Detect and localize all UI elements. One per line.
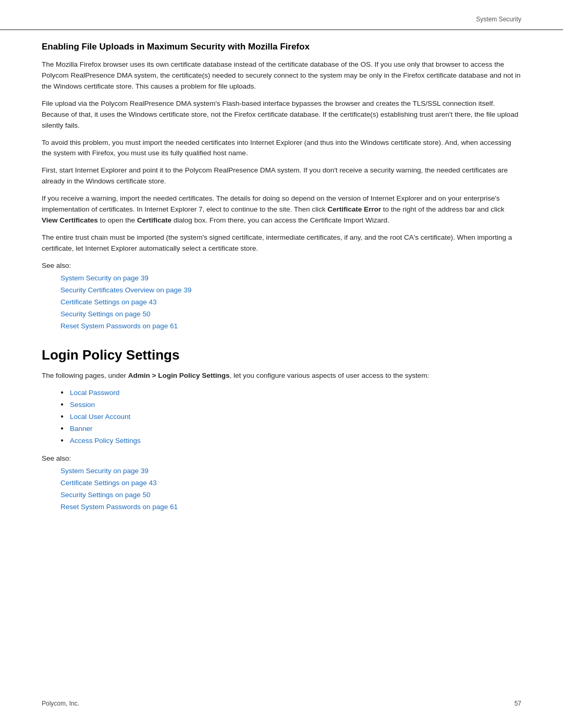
bullet-session: Session xyxy=(60,399,521,411)
bold-certificate: Certificate xyxy=(137,216,172,224)
section2-intro-bold: Admin > Login Policy Settings xyxy=(128,372,230,379)
link-certificate-settings-1[interactable]: Certificate Settings on page 43 xyxy=(60,297,521,309)
link-certificate-settings-2[interactable]: Certificate Settings on page 43 xyxy=(60,477,521,489)
section2-bullet-list: Local Password Session Local User Accoun… xyxy=(42,387,521,447)
section-file-uploads: Enabling File Uploads in Maximum Securit… xyxy=(42,42,521,332)
page-container: System Security Enabling File Uploads in… xyxy=(0,0,563,728)
link-banner[interactable]: Banner xyxy=(70,425,93,433)
section1-para2: File upload via the Polycom RealPresence… xyxy=(42,98,521,131)
section1-heading: Enabling File Uploads in Maximum Securit… xyxy=(42,42,521,52)
page-header: System Security xyxy=(476,16,521,23)
section1-para6: The entire trust chain must be imported … xyxy=(42,232,521,254)
bullet-local-password: Local Password xyxy=(60,387,521,399)
link-access-policy-settings[interactable]: Access Policy Settings xyxy=(70,437,141,445)
section2-intro: The following pages, under Admin > Login… xyxy=(42,371,521,381)
bullet-banner: Banner xyxy=(60,423,521,435)
bold-certificate-error: Certificate Error xyxy=(327,205,381,213)
section1-para1: The Mozilla Firefox browser uses its own… xyxy=(42,59,521,92)
footer-page-number: 57 xyxy=(515,700,521,707)
link-security-settings-1[interactable]: Security Settings on page 50 xyxy=(60,309,521,320)
top-rule xyxy=(0,29,563,30)
section2-see-also-links: System Security on page 39 Certificate S… xyxy=(42,465,521,513)
link-reset-system-passwords-2[interactable]: Reset System Passwords on page 61 xyxy=(60,501,521,513)
page-footer: Polycom, Inc. 57 xyxy=(42,700,521,707)
link-system-security-2[interactable]: System Security on page 39 xyxy=(60,465,521,477)
link-system-security-1[interactable]: System Security on page 39 xyxy=(60,273,521,285)
section-login-policy: Login Policy Settings The following page… xyxy=(42,347,521,513)
link-local-password[interactable]: Local Password xyxy=(70,389,119,397)
section2-see-also-label: See also: xyxy=(42,454,521,462)
link-reset-system-passwords-1[interactable]: Reset System Passwords on page 61 xyxy=(60,320,521,332)
chapter-title: System Security xyxy=(476,16,521,23)
section1-see-also-links: System Security on page 39 Security Cert… xyxy=(42,273,521,332)
section1-para5: If you receive a warning, import the nee… xyxy=(42,193,521,226)
section1-para4: First, start Internet Explorer and point… xyxy=(42,165,521,187)
section2-major-title: Login Policy Settings xyxy=(42,347,521,363)
link-local-user-account[interactable]: Local User Account xyxy=(70,413,130,421)
bullet-local-user-account: Local User Account xyxy=(60,411,521,423)
content-area: Enabling File Uploads in Maximum Securit… xyxy=(0,0,563,549)
link-session[interactable]: Session xyxy=(70,401,95,409)
bold-view-certificates: View Certificates xyxy=(42,216,98,224)
link-security-certs-overview[interactable]: Security Certificates Overview on page 3… xyxy=(60,285,521,297)
section1-see-also-label: See also: xyxy=(42,262,521,269)
footer-company: Polycom, Inc. xyxy=(42,700,79,707)
bullet-access-policy-settings: Access Policy Settings xyxy=(60,435,521,447)
section1-para3: To avoid this problem, you must import t… xyxy=(42,138,521,159)
link-security-settings-2[interactable]: Security Settings on page 50 xyxy=(60,489,521,501)
